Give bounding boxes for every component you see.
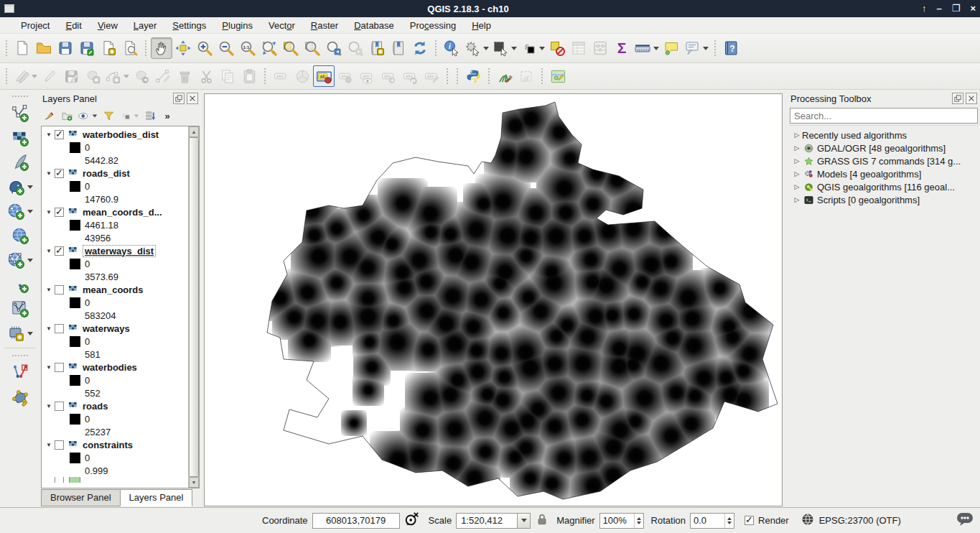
deselect-all-button[interactable] bbox=[546, 37, 568, 59]
expander-icon[interactable]: ▼ bbox=[43, 131, 55, 138]
algorithm-group-row[interactable]: ▷Recently used algorithms bbox=[792, 129, 979, 142]
measure-line-dropdown-icon[interactable] bbox=[653, 47, 659, 50]
zoom-native-button[interactable]: 1:1 bbox=[237, 37, 258, 59]
expander-icon[interactable]: ▼ bbox=[43, 170, 55, 177]
composer-manager-button[interactable] bbox=[119, 37, 141, 59]
expander-icon[interactable]: ▼ bbox=[43, 403, 55, 409]
python-console-button[interactable] bbox=[462, 65, 484, 87]
add-wcs-layer-button[interactable] bbox=[9, 223, 31, 248]
layer-name[interactable]: waterbodies_dist bbox=[83, 129, 159, 140]
layer-visibility-checkbox[interactable] bbox=[55, 324, 64, 333]
menu-database[interactable]: Database bbox=[346, 19, 402, 32]
save-project-button[interactable] bbox=[55, 37, 76, 59]
help-contents-button[interactable]: ? bbox=[720, 37, 742, 59]
layer-name[interactable]: roads bbox=[83, 401, 108, 412]
menu-layer[interactable]: Layer bbox=[126, 19, 165, 32]
layer-name[interactable]: roads_dist bbox=[83, 168, 130, 179]
expander-icon[interactable]: ▷ bbox=[792, 170, 802, 177]
style-manager-button[interactable] bbox=[42, 107, 57, 124]
select-by-expression-button[interactable]: ε bbox=[518, 37, 546, 59]
messages-icon[interactable] bbox=[956, 511, 974, 529]
new-composer-button[interactable] bbox=[98, 37, 119, 59]
expander-icon[interactable]: ▷ bbox=[792, 131, 802, 139]
zoom-in-button[interactable] bbox=[194, 37, 215, 59]
coordinate-input[interactable]: 608013,70179 bbox=[312, 513, 400, 529]
menu-project[interactable]: Project bbox=[13, 19, 57, 32]
select-features-button[interactable] bbox=[490, 37, 518, 59]
select-features-dropdown-icon[interactable] bbox=[511, 47, 517, 50]
menu-help[interactable]: Help bbox=[464, 19, 499, 32]
text-annotation-dropdown-icon[interactable] bbox=[703, 47, 709, 50]
expander-icon[interactable]: ▼ bbox=[43, 287, 55, 293]
layer-name[interactable]: constraints bbox=[83, 440, 133, 450]
layer-name[interactable]: waterbodies bbox=[83, 362, 137, 373]
layer-row[interactable]: ▼constraints bbox=[43, 438, 188, 451]
layers-scrollbar[interactable]: ▲ ▼ bbox=[188, 126, 199, 488]
layer-visibility-checkbox[interactable] bbox=[55, 363, 64, 372]
menu-processing[interactable]: Processing bbox=[402, 19, 464, 32]
add-raster-layer-button[interactable] bbox=[9, 126, 31, 150]
algorithm-group-row[interactable]: ▷Models [4 geoalgorithms] bbox=[792, 167, 979, 180]
layer-visibility-checkbox[interactable] bbox=[55, 169, 64, 178]
add-delimited-text-layer-button[interactable]: , bbox=[9, 272, 31, 297]
add-wfs-layer-dropdown-icon[interactable] bbox=[27, 259, 33, 262]
render-checkbox[interactable] bbox=[745, 516, 754, 525]
add-wms-layer-dropdown-icon[interactable] bbox=[27, 210, 33, 213]
add-virtual-layer-dropdown-icon[interactable] bbox=[27, 332, 33, 335]
rotation-spinbox[interactable]: 0.0 bbox=[690, 513, 734, 529]
add-vector-layer-button[interactable] bbox=[9, 101, 31, 126]
crs-status-icon[interactable] bbox=[801, 512, 815, 529]
layer-row[interactable]: ▼mean_coords bbox=[43, 283, 188, 296]
plugin-vector-nodes-button[interactable] bbox=[9, 361, 31, 385]
layer-visibility-checkbox[interactable] bbox=[55, 208, 64, 217]
toolbar-grip[interactable] bbox=[262, 68, 268, 84]
toolbar-grip[interactable] bbox=[486, 68, 492, 84]
map-tips-button[interactable] bbox=[661, 37, 682, 59]
toolbar-grip[interactable] bbox=[539, 68, 545, 84]
save-project-as-button[interactable] bbox=[76, 37, 98, 59]
close-button[interactable]: × bbox=[970, 4, 976, 13]
run-feature-action-dropdown-icon[interactable] bbox=[483, 47, 489, 50]
algorithm-group-row[interactable]: ▷GDAL/OGR [48 geoalgorithms] bbox=[792, 142, 979, 154]
grass-tools-button[interactable] bbox=[494, 65, 515, 87]
layer-row[interactable]: ▼waterways_dist bbox=[43, 244, 188, 257]
expander-icon[interactable]: ▼ bbox=[43, 364, 55, 371]
refresh-map-button[interactable] bbox=[409, 37, 431, 59]
manage-visibility-button[interactable] bbox=[76, 107, 99, 124]
show-bookmarks-button[interactable] bbox=[388, 37, 409, 59]
layer-row[interactable]: ▼waterbodies bbox=[43, 361, 188, 374]
restore-button[interactable]: ❐ bbox=[952, 4, 961, 13]
layer-row[interactable]: ▼waterbodies_dist bbox=[43, 128, 188, 141]
zoom-last-button[interactable] bbox=[323, 37, 345, 59]
scroll-up-icon[interactable]: ▲ bbox=[189, 126, 199, 137]
layer-name[interactable]: mean_coords_d... bbox=[83, 207, 162, 218]
add-spatialite-layer-button[interactable] bbox=[9, 150, 31, 175]
plugin-map-search-button[interactable] bbox=[547, 65, 569, 87]
toolbar-grip[interactable] bbox=[433, 40, 439, 56]
show-statistics-button[interactable]: Σ bbox=[611, 37, 633, 59]
panel-overflow-button[interactable]: » bbox=[159, 107, 175, 124]
algorithm-group-row[interactable]: ▷Scripts [0 geoalgorithms] bbox=[792, 193, 979, 206]
menu-vector[interactable]: Vector bbox=[261, 19, 303, 32]
zoom-out-button[interactable] bbox=[215, 37, 237, 59]
toolbar-grip[interactable] bbox=[12, 93, 28, 99]
layer-labeling-options-button[interactable]: ab bbox=[313, 65, 335, 87]
pan-map-button[interactable] bbox=[151, 37, 172, 59]
layer-name[interactable]: mean_coords bbox=[83, 284, 144, 295]
float-panel-icon[interactable] bbox=[952, 93, 963, 104]
select-by-expression-dropdown-icon[interactable] bbox=[539, 47, 545, 50]
add-virtual-layer-button[interactable] bbox=[5, 321, 34, 346]
scale-combobox[interactable]: 1:520,412 bbox=[456, 513, 531, 529]
add-postgis-layer-button[interactable] bbox=[5, 175, 34, 199]
menu-plugins[interactable]: Plugins bbox=[214, 19, 261, 32]
add-postgis-layer-dropdown-icon[interactable] bbox=[27, 185, 33, 189]
layer-row[interactable]: ▼mean_coords_d... bbox=[43, 205, 188, 218]
expander-icon[interactable]: ▷ bbox=[792, 196, 802, 203]
layer-visibility-checkbox[interactable] bbox=[55, 440, 64, 450]
layer-name[interactable]: waterways_dist bbox=[83, 245, 156, 257]
run-feature-action-button[interactable] bbox=[462, 37, 490, 59]
toolbar-grip[interactable] bbox=[4, 40, 9, 56]
toolbar-grip[interactable] bbox=[444, 68, 450, 84]
layer-name[interactable]: waterways bbox=[83, 323, 130, 334]
menu-edit[interactable]: Edit bbox=[57, 19, 89, 32]
